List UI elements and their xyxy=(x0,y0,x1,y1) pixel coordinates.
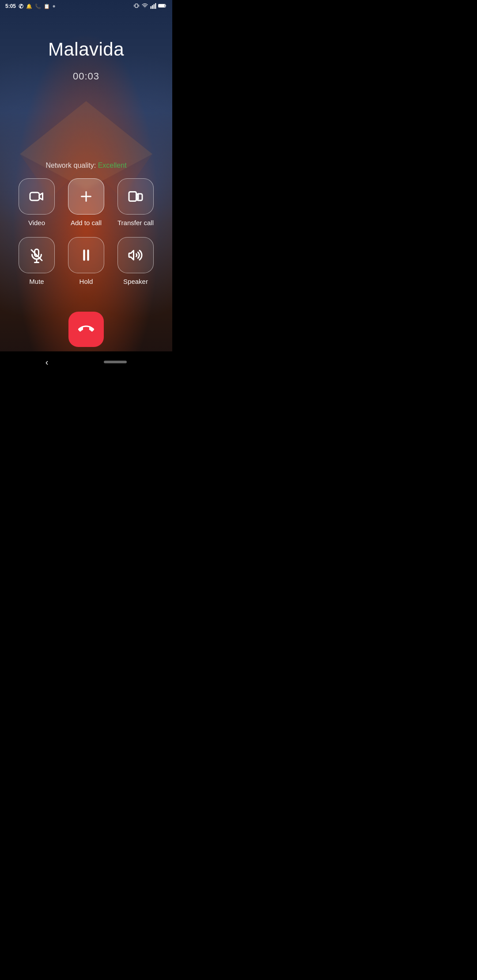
svg-rect-12 xyxy=(30,192,39,200)
call-timer: 00:03 xyxy=(73,71,99,82)
phone-icon: 📞 xyxy=(35,4,41,9)
clipboard-icon: 📋 xyxy=(44,4,50,9)
speaker-button[interactable]: Speaker xyxy=(114,237,157,285)
add-to-call-label: Add to call xyxy=(71,219,102,226)
svg-rect-5 xyxy=(151,6,151,9)
transfer-call-button-circle xyxy=(117,178,154,215)
speaker-button-circle xyxy=(117,237,154,273)
svg-rect-8 xyxy=(155,3,156,9)
transfer-call-label: Transfer call xyxy=(117,219,154,226)
vibrate-icon xyxy=(133,3,140,10)
action-buttons-grid: Video Add to call Transfer call xyxy=(15,178,157,285)
signal-icon xyxy=(150,3,156,10)
dot-icon: • xyxy=(53,2,55,11)
notification-icon: 🔔 xyxy=(26,4,32,9)
video-button[interactable]: Video xyxy=(15,178,58,226)
video-icon xyxy=(29,188,45,204)
hold-button-circle xyxy=(68,237,104,273)
add-icon xyxy=(78,188,94,204)
mute-button[interactable]: Mute xyxy=(15,237,58,285)
svg-rect-2 xyxy=(135,4,138,7)
end-call-icon xyxy=(78,321,94,337)
hold-label: Hold xyxy=(80,278,93,285)
network-quality-status: Excellent xyxy=(98,162,127,169)
mute-label: Mute xyxy=(29,278,44,285)
hold-button[interactable]: Hold xyxy=(65,237,107,285)
status-time: 5:05 xyxy=(5,3,16,9)
speaker-label: Speaker xyxy=(123,278,148,285)
caller-name: Malavida xyxy=(48,39,124,60)
hold-icon xyxy=(78,247,94,263)
network-quality-label: Network quality: xyxy=(45,162,98,169)
svg-rect-15 xyxy=(129,192,136,201)
mute-icon xyxy=(29,247,45,263)
video-button-circle xyxy=(19,178,55,215)
speaker-icon xyxy=(128,247,144,263)
end-call-button[interactable] xyxy=(68,312,104,347)
status-bar: 5:05 ✆ 🔔 📞 📋 • xyxy=(0,0,172,12)
wifi-icon xyxy=(141,3,148,10)
battery-icon xyxy=(158,3,167,10)
missed-call-icon: ✆ xyxy=(19,3,23,10)
video-label: Video xyxy=(28,219,45,226)
svg-rect-7 xyxy=(154,4,155,9)
add-to-call-button-circle xyxy=(68,178,104,215)
transfer-call-button[interactable]: Transfer call xyxy=(114,178,157,226)
mute-button-circle xyxy=(19,237,55,273)
svg-rect-6 xyxy=(152,5,153,8)
svg-rect-10 xyxy=(159,4,164,7)
add-to-call-button[interactable]: Add to call xyxy=(65,178,107,226)
transfer-icon xyxy=(128,188,144,204)
network-quality: Network quality: Excellent xyxy=(45,162,126,170)
